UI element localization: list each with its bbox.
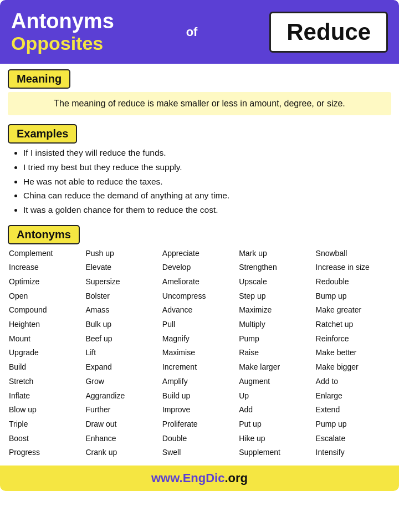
list-item: Expand <box>84 360 161 375</box>
list-item: Bulk up <box>84 318 161 332</box>
list-item: Compound <box>8 303 84 318</box>
list-item: Increment <box>161 360 238 375</box>
antonyms-col-1: Complement Increase Optimize Open Compou… <box>8 247 84 460</box>
footer-text: www.EngDic.org <box>151 471 248 485</box>
example-item: It was a golden chance for them to reduc… <box>23 204 391 216</box>
list-item: Pump <box>238 332 314 346</box>
list-item: Improve <box>161 403 238 417</box>
list-item: Snowball <box>315 247 391 261</box>
list-item: Amass <box>84 303 161 318</box>
antonyms-label-box: Antonyms <box>8 225 80 244</box>
list-item: Aggrandize <box>84 389 161 403</box>
example-item: If I insisted they will reduce the funds… <box>23 147 391 159</box>
main-word: Reduce <box>287 19 371 45</box>
list-item: Make greater <box>315 303 391 318</box>
meaning-label-box: Meaning <box>8 69 70 89</box>
list-item: Make bigger <box>315 360 391 375</box>
list-item: Raise <box>238 346 314 360</box>
list-item: Multiply <box>238 318 314 332</box>
list-item: Reinforce <box>315 332 391 346</box>
footer: www.EngDic.org <box>0 466 399 491</box>
list-item: Boost <box>8 432 84 446</box>
list-item: Pull <box>161 318 238 332</box>
list-item: Redouble <box>315 275 391 289</box>
meaning-label: Meaning <box>17 73 62 85</box>
list-item: Hike up <box>238 432 314 446</box>
list-item: Draw out <box>84 417 161 432</box>
list-item: Appreciate <box>161 247 238 261</box>
list-item: Proliferate <box>161 417 238 432</box>
list-item: Increase <box>8 260 84 275</box>
list-item: Open <box>8 289 84 304</box>
list-item: Enhance <box>84 432 161 446</box>
list-item: Lift <box>84 346 161 360</box>
list-item: Advance <box>161 303 238 318</box>
list-item: Triple <box>8 417 84 432</box>
list-item: Upgrade <box>8 346 84 360</box>
list-item: Enlarge <box>315 389 391 403</box>
list-item: Supersize <box>84 275 161 289</box>
list-item: Crank up <box>84 446 161 460</box>
example-item: He was not able to reduce the taxes. <box>23 176 391 188</box>
list-item: Build <box>8 360 84 375</box>
list-item: Maximise <box>161 346 238 360</box>
antonyms-label: Antonyms <box>17 228 71 241</box>
list-item: Complement <box>8 247 84 261</box>
list-item: Ratchet up <box>315 318 391 332</box>
list-item: Make larger <box>238 360 314 375</box>
antonyms-col-4: Mark up Strengthen Upscale Step up Maxim… <box>238 247 314 460</box>
list-item: Augment <box>238 375 314 389</box>
examples-label: Examples <box>17 127 68 140</box>
list-item: Up <box>238 389 314 403</box>
list-item: Extend <box>315 403 391 417</box>
list-item: Inflate <box>8 389 84 403</box>
list-item: Push up <box>84 247 161 261</box>
header-title: Antonyms Opposites <box>11 10 114 54</box>
antonyms-title: Antonyms <box>11 10 114 33</box>
list-item: Strengthen <box>238 260 314 275</box>
list-item: Bolster <box>84 289 161 304</box>
list-item: Blow up <box>8 403 84 417</box>
list-item: Mark up <box>238 247 314 261</box>
word-box: Reduce <box>269 12 388 53</box>
meaning-text: The meaning of reduce is make smaller or… <box>8 92 391 115</box>
list-item: Ameliorate <box>161 275 238 289</box>
list-item: Elevate <box>84 260 161 275</box>
list-item: Increase in size <box>315 260 391 275</box>
list-item: Put up <box>238 417 314 432</box>
examples-label-box: Examples <box>8 124 77 144</box>
examples-list: If I insisted they will reduce the funds… <box>8 147 391 216</box>
list-item: Magnify <box>161 332 238 346</box>
list-item: Swell <box>161 446 238 460</box>
list-item: Supplement <box>238 446 314 460</box>
list-item: Escalate <box>315 432 391 446</box>
list-item: Further <box>84 403 161 417</box>
opposites-title: Opposites <box>11 33 114 54</box>
antonyms-grid: Complement Increase Optimize Open Compou… <box>8 247 391 460</box>
list-item: Stretch <box>8 375 84 389</box>
list-item: Intensify <box>315 446 391 460</box>
list-item: Add to <box>315 375 391 389</box>
list-item: Bump up <box>315 289 391 304</box>
list-item: Double <box>161 432 238 446</box>
list-item: Develop <box>161 260 238 275</box>
header: Antonyms Opposites of Reduce <box>0 0 399 64</box>
antonyms-col-3: Appreciate Develop Ameliorate Uncompress… <box>161 247 238 460</box>
list-item: Heighten <box>8 318 84 332</box>
list-item: Mount <box>8 332 84 346</box>
list-item: Make better <box>315 346 391 360</box>
list-item: Pump up <box>315 417 391 432</box>
list-item: Step up <box>238 289 314 304</box>
of-label: of <box>186 25 198 39</box>
antonyms-col-2: Push up Elevate Supersize Bolster Amass … <box>84 247 161 460</box>
example-item: I tried my best but they reduce the supp… <box>23 161 391 173</box>
example-item: China can reduce the demand of anything … <box>23 190 391 202</box>
list-item: Add <box>238 403 314 417</box>
list-item: Upscale <box>238 275 314 289</box>
list-item: Optimize <box>8 275 84 289</box>
list-item: Uncompress <box>161 289 238 304</box>
antonyms-col-5: Snowball Increase in size Redouble Bump … <box>315 247 391 460</box>
list-item: Maximize <box>238 303 314 318</box>
list-item: Grow <box>84 375 161 389</box>
list-item: Amplify <box>161 375 238 389</box>
